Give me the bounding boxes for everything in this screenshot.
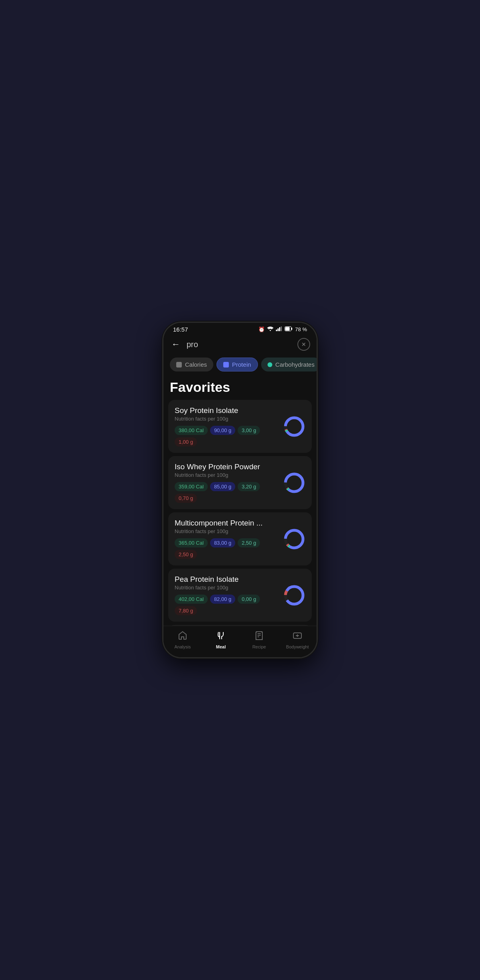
analysis-label: Analysis — [175, 644, 191, 649]
svg-rect-5 — [291, 328, 292, 330]
svg-rect-2 — [279, 327, 280, 331]
protein-badge-2: 85,00 g — [210, 482, 235, 491]
calories-label: Calories — [185, 361, 207, 368]
food-card-4[interactable]: Pea Protein Isolate Nutrition facts per … — [168, 569, 312, 622]
svg-point-30 — [297, 635, 298, 636]
filter-chip-protein[interactable]: Protein — [216, 358, 258, 371]
search-bar: ← pro ✕ — [163, 334, 317, 356]
protein-badge-3: 83,00 g — [210, 538, 235, 547]
donut-chart-3 — [283, 528, 305, 550]
bottom-nav: Analysis Meal — [163, 626, 317, 657]
food-subtitle-3: Nutrition facts per 100g — [175, 528, 278, 534]
signal-icon — [276, 326, 282, 332]
nav-item-analysis[interactable]: Analysis — [163, 629, 202, 651]
bodyweight-label: Bodyweight — [286, 644, 309, 649]
food-nutrients-1: 380,00 Cal 90,00 g 3,00 g 1,00 g — [175, 426, 278, 447]
carbs-badge-2: 3,20 g — [238, 482, 260, 491]
svg-rect-1 — [277, 328, 279, 331]
food-info-2: Iso Whey Protein Powder Nutrition facts … — [175, 462, 278, 503]
protein-badge-4: 82,00 g — [210, 595, 235, 604]
back-button[interactable]: ← — [170, 338, 182, 351]
fat-badge-1: 1,00 g — [175, 437, 197, 447]
filter-chip-calories[interactable]: Calories — [170, 358, 213, 371]
home-icon — [178, 631, 187, 643]
svg-rect-3 — [281, 326, 282, 331]
svg-point-21 — [285, 587, 303, 604]
food-info-3: Multicomponent Protein ... Nutrition fac… — [175, 519, 278, 559]
food-list: Soy Protein Isolate Nutrition facts per … — [163, 400, 317, 626]
donut-chart-1 — [283, 415, 305, 438]
calories-dot — [176, 362, 182, 368]
battery-percent: 78 % — [295, 326, 307, 332]
donut-chart-2 — [283, 472, 305, 494]
food-card-2[interactable]: Iso Whey Protein Powder Nutrition facts … — [168, 456, 312, 509]
fat-badge-4: 7,80 g — [175, 606, 197, 615]
fat-badge-2: 0,70 g — [175, 494, 197, 503]
food-name-4: Pea Protein Isolate — [175, 575, 278, 584]
svg-rect-6 — [285, 327, 290, 331]
alarm-icon: ⏰ — [258, 326, 265, 332]
food-info-1: Soy Protein Isolate Nutrition facts per … — [175, 406, 278, 447]
donut-chart-4 — [283, 584, 305, 607]
meal-icon — [216, 631, 226, 643]
carbs-label: Carbohydrates — [275, 361, 315, 368]
food-name-2: Iso Whey Protein Powder — [175, 462, 278, 471]
nav-item-recipe[interactable]: Recipe — [240, 629, 278, 651]
bodyweight-icon — [293, 631, 302, 643]
food-nutrients-3: 365,00 Cal 83,00 g 2,50 g 2,50 g — [175, 538, 278, 559]
protein-label: Protein — [232, 361, 251, 368]
food-nutrients-2: 359,00 Cal 85,00 g 3,20 g 0,70 g — [175, 482, 278, 503]
fat-badge-3: 2,50 g — [175, 550, 197, 559]
cal-badge-3: 365,00 Cal — [175, 538, 208, 547]
carbs-badge-3: 2,50 g — [238, 538, 260, 547]
recipe-label: Recipe — [252, 644, 266, 649]
status-time: 16:57 — [173, 326, 188, 333]
filter-chips: Calories Protein Carbohydrates — [163, 356, 317, 378]
food-name-1: Soy Protein Isolate — [175, 406, 278, 415]
status-bar: 16:57 ⏰ — [163, 323, 317, 334]
filter-chip-carbs[interactable]: Carbohydrates — [261, 358, 317, 371]
food-name-3: Multicomponent Protein ... — [175, 519, 278, 528]
nav-item-meal[interactable]: Meal — [202, 629, 240, 651]
food-card-1[interactable]: Soy Protein Isolate Nutrition facts per … — [168, 400, 312, 453]
battery-icon — [285, 326, 293, 332]
recipe-icon — [254, 631, 264, 643]
cal-badge-1: 380,00 Cal — [175, 426, 208, 435]
wifi-icon — [267, 326, 273, 332]
meal-label: Meal — [216, 644, 226, 649]
protein-badge-1: 90,00 g — [210, 426, 235, 435]
phone-screen: 16:57 ⏰ — [163, 323, 317, 657]
status-icons: ⏰ — [258, 326, 307, 332]
cal-badge-4: 402,00 Cal — [175, 595, 208, 604]
food-card-3[interactable]: Multicomponent Protein ... Nutrition fac… — [168, 512, 312, 565]
carbs-badge-4: 0,00 g — [238, 595, 260, 604]
food-subtitle-1: Nutrition facts per 100g — [175, 416, 278, 422]
search-input[interactable]: pro — [187, 340, 293, 349]
clear-icon: ✕ — [301, 341, 306, 348]
food-subtitle-4: Nutrition facts per 100g — [175, 585, 278, 591]
protein-dot — [223, 362, 229, 368]
nav-item-bodyweight[interactable]: Bodyweight — [278, 629, 317, 651]
carbs-dot — [268, 362, 272, 367]
food-subtitle-2: Nutrition facts per 100g — [175, 472, 278, 478]
clear-button[interactable]: ✕ — [297, 338, 310, 351]
cal-badge-2: 359,00 Cal — [175, 482, 208, 491]
section-title: Favorites — [163, 378, 317, 400]
phone-frame: 16:57 ⏰ — [162, 322, 318, 658]
food-nutrients-4: 402,00 Cal 82,00 g 0,00 g 7,80 g — [175, 595, 278, 615]
svg-point-8 — [285, 418, 303, 435]
food-info-4: Pea Protein Isolate Nutrition facts per … — [175, 575, 278, 615]
carbs-badge-1: 3,00 g — [238, 426, 260, 435]
svg-rect-0 — [276, 330, 277, 331]
